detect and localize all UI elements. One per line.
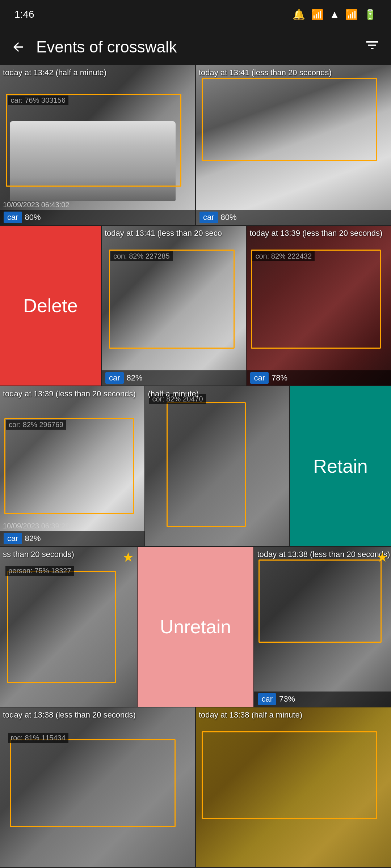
label-confidence: 82%	[127, 373, 143, 383]
cell-2[interactable]: today at 13:41 (less than 20 seconds) ca…	[196, 65, 391, 225]
star-icon: ★	[377, 550, 388, 565]
detection-box	[258, 559, 382, 643]
cell-13[interactable]: today at 13:38 (half a minute)	[196, 707, 391, 867]
label-badge: car	[250, 372, 269, 384]
cell-5[interactable]: today at 13:39 (less than 20 seconds) co…	[247, 226, 391, 386]
cell-1[interactable]: today at 13:42 (half a minute) car: 76% …	[0, 65, 196, 225]
sim-icon: 📶	[311, 9, 324, 21]
label-confidence: 78%	[272, 373, 287, 383]
cell-9[interactable]: ss than 20 seconds) person: 75% 18327 ★	[0, 547, 138, 707]
signal-icon: 📶	[345, 9, 358, 21]
grid-row-1: today at 13:42 (half a minute) car: 76% …	[0, 65, 391, 226]
label-badge: car	[4, 212, 22, 223]
cell-12[interactable]: today at 13:38 (less than 20 seconds) ro…	[0, 707, 196, 867]
back-button[interactable]	[11, 40, 25, 54]
label-bar: car 78%	[247, 370, 391, 386]
confidence-text: car: 76% 303156	[8, 95, 68, 105]
label-bar: car 80%	[0, 210, 195, 225]
delete-action[interactable]: Delete	[0, 226, 101, 386]
date-overlay: 10/09/2023 06:43:02	[3, 201, 70, 209]
detection-box	[4, 418, 134, 514]
detection-box	[6, 94, 181, 187]
label-confidence: 80%	[25, 213, 41, 222]
timestamp: today at 13:41 (less than 20 seco	[105, 229, 222, 238]
confidence-text: person: 75% 18327	[5, 566, 74, 576]
status-time: 1:46	[14, 9, 34, 20]
timestamp: today at 13:39 (less than 20 seconds)	[3, 389, 136, 399]
cell-8-retain[interactable]: Retain	[290, 386, 391, 546]
unretain-action[interactable]: Unretain	[138, 547, 254, 707]
star-icon: ★	[122, 550, 134, 565]
timestamp: today at 13:38 (less than 20 seconds)	[257, 550, 390, 559]
detection-box	[202, 731, 377, 819]
label-badge: car	[4, 533, 22, 544]
cell-4[interactable]: today at 13:41 (less than 20 seco con: 8…	[102, 226, 247, 386]
label-confidence: 80%	[221, 213, 237, 222]
date-overlay: 10/09/2023 06:39:28	[3, 522, 70, 530]
top-bar: Events of crosswalk	[0, 29, 391, 65]
timestamp: (half a minute)	[148, 389, 199, 399]
detection-box	[202, 78, 377, 161]
label-bar: car 80%	[196, 210, 391, 225]
confidence-text: con: 82% 222432	[252, 251, 315, 261]
retain-action[interactable]: Retain	[290, 386, 391, 546]
timestamp: today at 13:41 (less than 20 seconds)	[199, 68, 332, 77]
label-badge: car	[199, 212, 218, 223]
cell-10-unretain[interactable]: Unretain	[138, 547, 255, 707]
grid-row-2: Delete today at 13:41 (less than 20 seco…	[0, 226, 391, 386]
notification-icon: 🔔	[293, 9, 305, 21]
label-bar: car 73%	[254, 692, 391, 707]
label-bar: car 82%	[102, 370, 246, 386]
battery-icon: 🔋	[364, 9, 377, 21]
cell-6[interactable]: today at 13:39 (less than 20 seconds) co…	[0, 386, 145, 546]
grid-row-4: ss than 20 seconds) person: 75% 18327 ★ …	[0, 547, 391, 707]
detection-box	[7, 571, 116, 682]
detection-box	[109, 250, 235, 349]
status-icons: 🔔 📶 ▲ 📶 🔋	[293, 9, 377, 21]
timestamp: today at 13:39 (less than 20 seconds)	[249, 229, 382, 238]
detection-box	[10, 739, 176, 827]
page-title: Events of crosswalk	[36, 38, 353, 56]
timestamp: ss than 20 seconds)	[3, 550, 74, 559]
label-badge: car	[258, 693, 276, 705]
detection-box	[167, 402, 246, 527]
cell-7[interactable]: (half a minute) cor: 82% 20470	[145, 386, 290, 546]
label-confidence: 73%	[279, 694, 295, 704]
confidence-text: roc: 81% 115434	[8, 733, 68, 743]
timestamp: today at 13:38 (half a minute)	[199, 710, 302, 720]
confidence-text: con: 82% 227285	[110, 251, 173, 261]
timestamp: today at 13:38 (less than 20 seconds)	[3, 710, 136, 720]
label-confidence: 82%	[25, 534, 41, 543]
confidence-text: cor: 82% 296769	[6, 420, 66, 430]
filter-button[interactable]	[364, 37, 380, 57]
cell-3-delete[interactable]: Delete	[0, 226, 102, 386]
cell-11[interactable]: today at 13:38 (less than 20 seconds) ca…	[254, 547, 391, 707]
label-bar: car 82%	[0, 531, 144, 546]
grid-row-5: today at 13:38 (less than 20 seconds) ro…	[0, 707, 391, 868]
timestamp: today at 13:42 (half a minute)	[3, 68, 106, 77]
status-bar: 1:46 🔔 📶 ▲ 📶 🔋	[0, 0, 391, 29]
events-grid: today at 13:42 (half a minute) car: 76% …	[0, 65, 391, 868]
label-badge: car	[105, 372, 124, 384]
grid-row-3: today at 13:39 (less than 20 seconds) co…	[0, 386, 391, 547]
detection-box	[251, 250, 381, 349]
wifi-icon: ▲	[329, 9, 340, 20]
